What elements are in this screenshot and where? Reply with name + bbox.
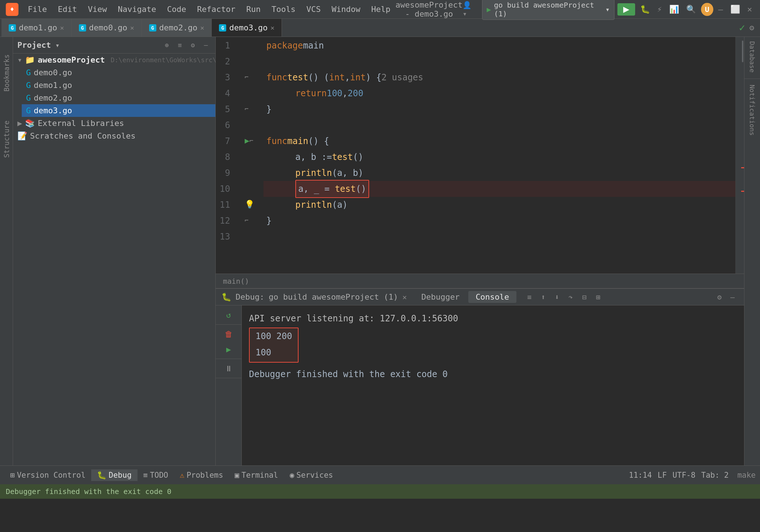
fold-icon-5: ⌐ [245,105,249,113]
run-arrow-icon[interactable]: ▶ [245,136,249,145]
editor-settings-icon[interactable]: ⚙ [750,23,754,32]
debug-pause-btn[interactable]: ⏸ [222,362,235,375]
debug-button[interactable]: 🐛 [638,5,652,14]
code-token: 2 usages [381,69,423,85]
debug-session-close[interactable]: ✕ [402,293,407,301]
tree-item-scratches[interactable]: 📝 Scratches and Consoles [13,130,215,142]
menu-view[interactable]: View [83,3,112,15]
status-debug[interactable]: 🐛 Debug [91,469,137,481]
tab-demo3[interactable]: G demo3.go ✕ [212,19,282,37]
debug-toolbar-layout[interactable]: ⊞ [592,291,604,303]
debug-toolbar-list[interactable]: ≡ [524,291,535,303]
debug-minimize-icon[interactable]: — [727,291,738,303]
code-token: println [295,165,332,181]
debug-toolbar-up[interactable]: ⬆ [537,291,549,303]
code-token: () { [308,133,329,149]
run-button[interactable]: ▶ [617,3,635,16]
tab-close-demo3[interactable]: ✕ [270,24,274,31]
code-token: ) { [366,69,381,85]
structure-label[interactable]: Structure [3,121,10,158]
tree-item-demo2[interactable]: G demo2.go [22,92,215,104]
menu-run[interactable]: Run [241,3,266,15]
status-problems[interactable]: ⚠ Problems [174,469,229,481]
tree-item-root[interactable]: ▾ 📁 awesomeProject D:\environment\GoWork… [13,54,215,66]
tab-close-demo1[interactable]: ✕ [60,24,64,31]
maximize-button[interactable]: ⬜ [728,5,742,14]
build-success-icon: ✓ [739,22,745,34]
bulb-icon[interactable]: 💡 [245,200,254,209]
tree-item-demo0[interactable]: G demo0.go [22,66,215,79]
line-num-10: 10 [216,181,237,197]
fold-icon-3[interactable]: ⌐ [245,73,249,81]
menu-refactor[interactable]: Refactor [192,3,241,15]
bookmarks-label[interactable]: Bookmarks [3,54,10,92]
user-icon[interactable]: 👤 ▾ [463,1,479,18]
tree-item-ext-libs[interactable]: ▶ 📚 External Libraries [13,117,215,130]
project-dropdown-icon[interactable]: ▾ [55,41,60,50]
tab-debugger[interactable]: Debugger [414,291,467,303]
coverage-button[interactable]: ⚡ [655,5,664,14]
tab-close-demo0[interactable]: ✕ [130,24,134,31]
code-token: () [353,149,363,165]
highlighted-code-box: a, _ = test() [295,180,369,198]
debug-toolbar-filter[interactable]: ⊟ [579,291,590,303]
gutter-6 [245,117,263,132]
footer-message: Debugger finished with the exit code 0 [6,487,172,496]
sidebar-notifications[interactable]: Notifications [747,82,757,139]
menu-vcs[interactable]: VCS [301,3,326,15]
debug-tab-bar: Debugger Console [414,291,516,303]
tree-item-demo3[interactable]: G demo3.go [22,104,215,117]
code-lines[interactable]: package main func test() (int, int) { 2 … [263,37,735,274]
code-container[interactable]: 1 2 3 4 5 6 7 8 9 10 11 12 13 [216,37,744,274]
collapse-all-icon[interactable]: ≡ [175,40,185,50]
tab-demo1[interactable]: G demo1.go ✕ [1,19,72,37]
sidebar-database[interactable]: Database [747,38,757,76]
debug-toolbar-down[interactable]: ⬇ [551,291,563,303]
tab-console[interactable]: Console [468,291,516,303]
editor-scrollbar[interactable] [735,37,744,274]
status-right: 11:14 LF UTF-8 Tab: 2 make [629,471,756,480]
main-area: Bookmarks Structure Project ▾ ⊕ ≡ ⚙ — ▾ … [0,37,760,499]
code-line-12: } [263,213,735,229]
cursor-position: 11:14 [629,471,652,480]
tab-demo2[interactable]: G demo2.go ✕ [142,19,212,37]
code-line-2 [263,54,735,69]
version-control-label: Version Control [17,471,86,480]
debug-toolbar-step[interactable]: ↷ [565,291,577,303]
menu-navigate[interactable]: Navigate [113,3,161,15]
status-services[interactable]: ◉ Services [284,469,339,481]
locate-file-icon[interactable]: ⊕ [162,40,172,50]
build-config-dropdown[interactable]: ▶ go build awesomeProject (1) ▾ [482,0,615,20]
scroll-marker-red-2 [741,191,744,192]
tab-close-demo2[interactable]: ✕ [200,24,204,31]
minimize-button[interactable]: — [716,5,725,14]
project-settings-icon[interactable]: ⚙ [188,40,198,50]
close-button[interactable]: ✕ [745,5,754,14]
status-version-control[interactable]: ⊞ Version Control [4,469,91,481]
fold-icon-7[interactable]: ⌐ [249,137,253,144]
debug-settings-icon[interactable]: ⚙ [714,291,725,303]
tree-item-demo1[interactable]: G demo1.go [22,79,215,92]
user-avatar[interactable]: U [701,3,713,16]
menu-file[interactable]: File [23,3,52,15]
close-project-panel-icon[interactable]: — [201,40,211,50]
search-button[interactable]: 🔍 [684,5,698,14]
menu-tools[interactable]: Tools [266,3,300,15]
tab-icon-demo0: G [79,24,86,31]
menu-edit[interactable]: Edit [53,3,82,15]
menu-help[interactable]: Help [366,3,396,15]
debug-rerun-btn[interactable]: ↺ [222,308,235,321]
menu-code[interactable]: Code [162,3,191,15]
status-terminal[interactable]: ▣ Terminal [229,469,284,481]
menu-window[interactable]: Window [326,3,365,15]
debug-resume-btn[interactable]: ▶ [222,343,235,356]
go-file-icon-demo1: G [26,81,31,90]
tab-label-demo2: demo2.go [159,23,198,32]
status-todo[interactable]: ≡ TODO [138,469,174,481]
profile-button[interactable]: 📊 [667,5,681,14]
tab-demo0[interactable]: G demo0.go ✕ [72,19,142,37]
debug-stop-btn[interactable]: 🗑 [222,328,235,341]
debug-title: Debug: [236,292,264,301]
tab-bar-right: ✓ ⚙ [739,19,760,37]
code-token: 100 [327,85,342,101]
